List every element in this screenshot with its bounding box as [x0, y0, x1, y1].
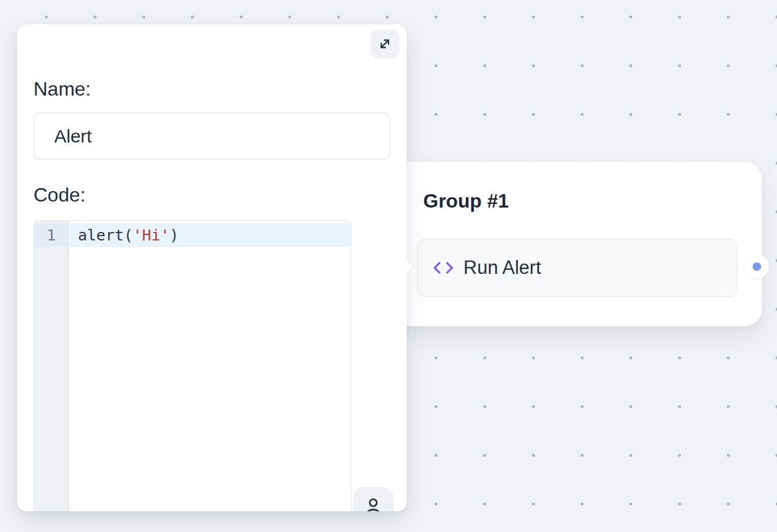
expand-button[interactable] [370, 29, 399, 58]
flow-canvas[interactable]: Name: Code: 1 alert('Hi') Group #1 [0, 0, 777, 532]
code-icon [432, 260, 454, 276]
output-handle[interactable] [745, 254, 769, 279]
code-label: Code: [33, 183, 85, 208]
active-line-gutter: 1 [34, 223, 68, 247]
node-label: Run Alert [463, 257, 541, 279]
name-input[interactable] [33, 113, 390, 159]
code-editor[interactable]: 1 alert('Hi') [33, 220, 351, 511]
group-node[interactable]: Group #1 Run Alert [378, 162, 762, 326]
output-handle-ring [753, 262, 761, 271]
name-label: Name: [33, 77, 91, 102]
node-editor-panel: Name: Code: 1 alert('Hi') [17, 24, 407, 511]
user-button[interactable] [353, 487, 393, 511]
group-title: Group #1 [423, 190, 508, 212]
line-number: 1 [34, 223, 68, 247]
code-token-string: 'Hi' [133, 226, 169, 244]
code-token: alert( [78, 226, 133, 244]
code-token: ) [170, 226, 179, 244]
code-line[interactable]: alert('Hi') [78, 223, 179, 247]
node-run-alert[interactable]: Run Alert [417, 239, 737, 297]
expand-diagonal-icon [377, 36, 393, 52]
person-icon [362, 495, 385, 511]
editor-gutter: 1 [34, 221, 69, 511]
